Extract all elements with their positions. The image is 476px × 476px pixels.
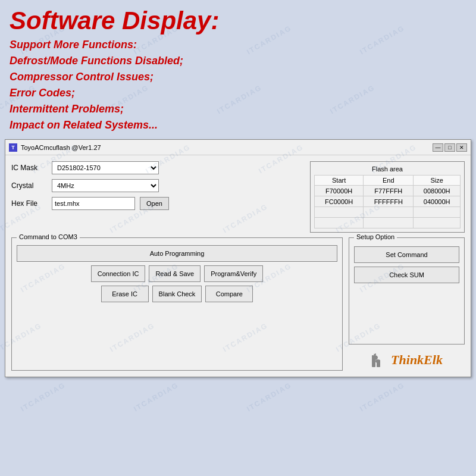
flash-area-title: Flash area — [314, 165, 461, 173]
flash-r1-size: 040000H — [414, 196, 461, 207]
title-bar: T ToyoACmcuflash @Ver1.27 — □ ✕ — [5, 140, 471, 155]
bottom-row: Command to COM3 Auto Programming Connect… — [11, 237, 465, 371]
minimize-button[interactable]: — — [433, 143, 443, 152]
flash-col-start: Start — [315, 176, 364, 186]
flash-r2-start — [315, 207, 364, 218]
flash-col-end: End — [364, 176, 414, 186]
connection-ic-button[interactable]: Connection IC — [91, 265, 146, 282]
hex-file-row: Hex File Open — [11, 197, 304, 210]
check-sum-button[interactable]: Check SUM — [354, 267, 459, 283]
command-group-title: Command to COM3 — [17, 233, 80, 240]
program-verify-button[interactable]: Program&Verify — [204, 265, 263, 282]
title-bar-left: T ToyoACmcuflash @Ver1.27 — [9, 143, 101, 152]
app-window: T ToyoACmcuflash @Ver1.27 — □ ✕ IC Mask … — [5, 139, 471, 377]
window-title: ToyoACmcuflash @Ver1.27 — [21, 144, 101, 151]
flash-table: Start End Size F70000H F77FFFH 008000H F… — [314, 175, 461, 228]
top-row: IC Mask D251802-1570 Crystal 4MHz Hex Fi… — [11, 161, 465, 233]
main-title: Software Display: — [10, 7, 466, 35]
flash-row-2 — [315, 207, 461, 218]
restore-button[interactable]: □ — [444, 143, 455, 152]
compare-button[interactable]: Compare — [205, 286, 253, 302]
crystal-select[interactable]: 4MHz — [52, 179, 159, 192]
erase-ic-button[interactable]: Erase IC — [101, 286, 149, 302]
blank-check-button[interactable]: Blank Check — [152, 286, 202, 302]
flash-r3-size — [414, 218, 461, 228]
crystal-label: Crystal — [11, 181, 47, 190]
window-body: IC Mask D251802-1570 Crystal 4MHz Hex Fi… — [5, 155, 471, 377]
flash-r2-size — [414, 207, 461, 218]
elk-icon — [371, 352, 387, 368]
app-icon: T — [9, 143, 17, 152]
hex-file-label: Hex File — [11, 199, 47, 208]
feature-item-0: Support More Functions: — [10, 37, 466, 53]
thinkelk-text: ThinkElk — [391, 352, 443, 368]
feature-list: Support More Functions: Defrost/Mode Fun… — [10, 37, 466, 133]
hex-file-input[interactable] — [52, 197, 135, 210]
set-command-button[interactable]: Set Command — [354, 246, 459, 263]
flash-r0-size: 008000H — [414, 186, 461, 196]
flash-r0-start: F70000H — [315, 186, 364, 196]
flash-r0-end: F77FFFH — [364, 186, 414, 196]
flash-r3-start — [315, 218, 364, 228]
command-row-3: Erase IC Blank Check Compare — [17, 286, 337, 302]
thinkelk-branding: ThinkElk — [349, 349, 465, 371]
close-button[interactable]: ✕ — [456, 143, 467, 152]
thinkelk-logo: ThinkElk — [371, 352, 443, 368]
feature-item-2: Compressor Control Issues; — [10, 69, 466, 85]
ic-mask-row: IC Mask D251802-1570 — [11, 161, 304, 174]
setup-inner: Set Command Check SUM — [354, 246, 459, 283]
setup-option-title: Setup Option — [354, 233, 397, 240]
flash-row-3 — [315, 218, 461, 228]
command-row-2: Connection IC Read & Save Program&Verify — [17, 265, 337, 282]
flash-r1-start: FC0000H — [315, 196, 364, 207]
svg-rect-4 — [375, 353, 376, 355]
auto-programming-button[interactable]: Auto Programming — [17, 245, 337, 262]
watermark-27: ITCARDIAG — [245, 381, 293, 413]
feature-item-4: Intermittent Problems; — [10, 101, 466, 117]
feature-item-3: Error Codes; — [10, 85, 466, 101]
flash-r3-end — [364, 218, 414, 228]
auto-programming-row: Auto Programming — [17, 245, 337, 262]
command-group: Command to COM3 Auto Programming Connect… — [11, 237, 343, 371]
feature-item-5: Impact on Related Systems... — [10, 117, 466, 133]
watermark-28: ITCARDIAG — [358, 381, 406, 413]
command-group-inner: Auto Programming Connection IC Read & Sa… — [17, 245, 337, 302]
svg-point-6 — [375, 359, 380, 363]
flash-r2-end — [364, 207, 414, 218]
form-area: IC Mask D251802-1570 Crystal 4MHz Hex Fi… — [11, 161, 304, 233]
open-button[interactable]: Open — [140, 197, 169, 210]
feature-item-1: Defrost/Mode Functions Disabled; — [10, 53, 466, 69]
watermark-26: ITCARDIAG — [132, 381, 180, 413]
top-section: Software Display: Support More Functions… — [0, 0, 476, 139]
flash-row-0: F70000H F77FFFH 008000H — [315, 186, 461, 196]
title-bar-controls: — □ ✕ — [433, 143, 467, 152]
setup-option-group: Setup Option Set Command Check SUM — [349, 237, 465, 345]
read-save-button[interactable]: Read & Save — [149, 265, 201, 282]
svg-point-5 — [372, 355, 378, 360]
ic-mask-label: IC Mask — [11, 164, 47, 172]
flash-r1-end: FFFFFFH — [364, 196, 414, 207]
flash-col-size: Size — [414, 176, 461, 186]
watermark-25: ITCARDIAG — [19, 381, 67, 413]
ic-mask-select[interactable]: D251802-1570 — [52, 161, 159, 174]
crystal-row: Crystal 4MHz — [11, 179, 304, 192]
flash-area: Flash area Start End Size F70000H F77FFF… — [310, 161, 465, 233]
flash-row-1: FC0000H FFFFFFH 040000H — [315, 196, 461, 207]
